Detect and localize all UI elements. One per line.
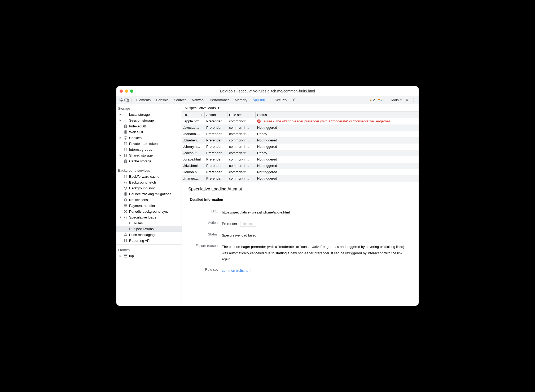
clock-icon [123, 209, 128, 213]
sidebar-item-label: Reporting API [129, 239, 150, 243]
tab-memory[interactable]: Memory [232, 96, 250, 104]
sidebar-item-bounce-tracking-mitigations[interactable]: Bounce tracking mitigations [116, 191, 182, 197]
speculations-panel: All speculative loads ▼ URL▲ Action Rule… [182, 104, 419, 306]
detail-title: Speculative Loading Attempt [182, 182, 419, 195]
arrows-icon [123, 180, 128, 184]
sidebar-item-speculative-loads[interactable]: ▼Speculative loads [116, 214, 182, 220]
sidebar-item-interest-groups[interactable]: Interest groups [116, 146, 182, 152]
sidebar-item-session-storage[interactable]: ▶Session storage [116, 117, 182, 123]
table-header: URL▲ Action Rule set Status [182, 112, 419, 118]
grid-icon [123, 112, 128, 117]
tab-console[interactable]: Console [153, 96, 171, 104]
col-url-header[interactable]: URL▲ [182, 112, 205, 118]
svg-rect-2 [127, 99, 129, 102]
tab-application[interactable]: Application [250, 96, 272, 104]
svg-point-19 [125, 138, 125, 139]
maximize-window-button[interactable] [130, 90, 133, 93]
sidebar-item-label: Back/forward cache [129, 175, 159, 179]
sidebar-item-back-forward-cache[interactable]: Back/forward cache [116, 173, 182, 179]
expand-icon: ▶ [119, 113, 122, 116]
issues-badge[interactable]: ⚑ 2 [378, 98, 383, 102]
kebab-menu-icon[interactable]: ⋮ [412, 97, 416, 103]
svg-point-17 [125, 137, 125, 137]
db-icon [123, 192, 128, 196]
minimize-window-button[interactable] [125, 90, 128, 93]
url-value: https://speculative-rules.glitch.me/appl… [222, 209, 411, 215]
sidebar-item-label: Speculations [134, 227, 154, 231]
table-row[interactable]: /kiwi.htmlPrerendercommon-fr…Not trigger… [182, 163, 419, 169]
arrows-icon [123, 215, 128, 219]
sidebar-item-push-messaging[interactable]: Push messaging [116, 232, 182, 238]
table-row[interactable]: /grape.htmlPrerendercommon-fr…Not trigge… [182, 156, 419, 163]
frame-selector[interactable]: Main ▼ [391, 98, 402, 102]
sidebar-item-payment-handler[interactable]: Payment handler [116, 203, 182, 208]
sidebar-item-speculations[interactable]: Speculations [116, 226, 182, 232]
caret-down-icon: ▼ [217, 106, 220, 109]
sidebar-item-label: Session storage [129, 118, 154, 122]
sidebar-item-private-state-tokens[interactable]: Private state tokens [116, 141, 182, 146]
tab-performance[interactable]: Performance [207, 96, 232, 104]
table-row[interactable]: /apple.htmlPrerendercommon-fr…✕Failure -… [182, 118, 419, 124]
sidebar-item-label: Push messaging [129, 233, 155, 237]
col-action-header[interactable]: Action [205, 112, 227, 118]
arrows-icon [128, 221, 132, 225]
ruleset-label: Rule set [190, 268, 218, 274]
col-rule-header[interactable]: Rule set [227, 112, 256, 118]
table-row[interactable]: /banana.…Prerendercommon-fr…Ready [182, 131, 419, 137]
arrows-icon [128, 227, 132, 231]
reason-label: Failure reason [190, 244, 218, 262]
sidebar-item-label: Payment handler [129, 204, 155, 208]
warnings-badge[interactable]: ▲ 2 [369, 98, 375, 102]
sidebar-item-label: top [129, 254, 134, 258]
table-row[interactable]: /avocad…Prerendercommon-fr…Not triggered [182, 124, 419, 131]
sidebar-item-reporting-api[interactable]: Reporting API [116, 238, 182, 243]
svg-point-20 [124, 142, 126, 143]
svg-point-18 [126, 138, 126, 138]
expand-icon: ▶ [119, 255, 122, 257]
sidebar-item-label: Private state tokens [129, 142, 159, 146]
table-row[interactable]: /lemon.h…Prerendercommon-fr…Not triggere… [182, 169, 419, 175]
table-row[interactable]: /cherry.h…Prerendercommon-fr…Not trigger… [182, 144, 419, 150]
sidebar-item-top[interactable]: ▶top [116, 253, 182, 259]
sidebar-item-label: Web SQL [129, 130, 144, 134]
svg-point-3 [406, 99, 408, 101]
sidebar-item-notifications[interactable]: Notifications [116, 197, 182, 203]
sidebar-item-rules[interactable]: Rules [116, 220, 182, 226]
col-status-header[interactable]: Status [256, 112, 419, 118]
sidebar-item-web-sql[interactable]: Web SQL [116, 129, 182, 135]
inspect-element-icon[interactable] [119, 98, 124, 103]
sidebar-item-label: Rules [134, 221, 143, 225]
table-row[interactable]: /mango.…Prerendercommon-fr…Not triggered [182, 175, 419, 182]
tab-network[interactable]: Network [189, 96, 207, 104]
sidebar-item-cookies[interactable]: ▶Cookies [116, 135, 182, 141]
tab-security[interactable]: Security [272, 96, 290, 104]
svg-point-14 [124, 124, 126, 126]
sidebar-item-cache-storage[interactable]: Cache storage [116, 158, 182, 164]
sidebar-item-background-sync[interactable]: Background sync [116, 185, 182, 191]
db-icon [123, 147, 128, 152]
sidebar-item-periodic-background-sync[interactable]: Periodic background sync [116, 208, 182, 214]
svg-point-25 [124, 192, 126, 193]
warning-triangle-icon: ▲ [369, 98, 372, 102]
inspect-button[interactable]: Inspect [240, 221, 256, 227]
tab-elements[interactable]: Elements [134, 96, 153, 104]
table-row[interactable]: /coconut…Prerendercommon-fr…Ready [182, 150, 419, 156]
sidebar-item-label: Periodic background sync [129, 210, 169, 213]
tab-sources[interactable]: Sources [171, 96, 189, 104]
more-tabs-icon[interactable] [291, 98, 296, 103]
close-window-button[interactable] [120, 90, 123, 93]
sidebar-item-shared-storage[interactable]: ▶Shared storage [116, 152, 182, 158]
expand-icon: ▶ [119, 154, 122, 157]
card-icon [123, 203, 128, 208]
doc-icon [123, 238, 128, 243]
status-value: Speculative load failed. [222, 232, 411, 238]
sidebar-item-label: Notifications [129, 198, 148, 202]
sidebar-item-background-fetch[interactable]: Background fetch [116, 179, 182, 185]
filter-dropdown[interactable]: All speculative loads ▼ [182, 104, 419, 112]
sidebar-item-local-storage[interactable]: ▶Local storage [116, 112, 182, 117]
ruleset-link[interactable]: common-fruits.html [222, 269, 251, 273]
settings-gear-icon[interactable] [405, 98, 409, 102]
table-row[interactable]: /blueberr…Prerendercommon-fr…Not trigger… [182, 137, 419, 144]
device-toggle-icon[interactable] [124, 98, 129, 103]
sidebar-item-indexeddb[interactable]: IndexedDB [116, 123, 182, 129]
